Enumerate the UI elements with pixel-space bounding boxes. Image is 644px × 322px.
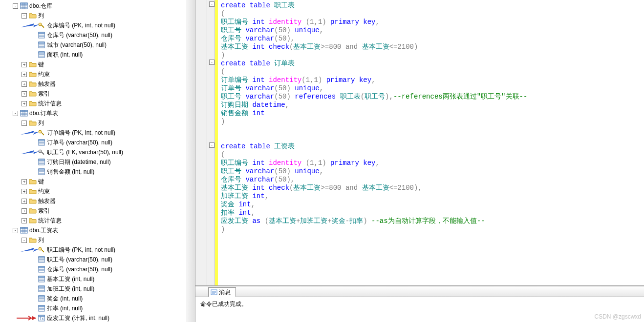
col-yingfa-gongzi[interactable]: 应发工资 (计算, int, null): [0, 313, 195, 322]
code-line[interactable]: 职工编号 int identity (1,1) primary key,: [221, 159, 641, 167]
col-mianji[interactable]: 面积 (int, null): [0, 50, 195, 60]
code-line[interactable]: (: [221, 10, 641, 18]
tree-toggle[interactable]: +: [21, 189, 27, 194]
code-line[interactable]: [221, 134, 641, 142]
code-line[interactable]: 职工号 varchar(50) unique,: [221, 26, 641, 35]
fold-toggle[interactable]: -: [209, 60, 215, 65]
col-dingdan-hao[interactable]: 订单号 (varchar(50), null): [0, 138, 195, 147]
fold-toggle[interactable]: -: [209, 1, 215, 7]
folder-constraints[interactable]: +约束: [0, 69, 195, 79]
col-jiangjin[interactable]: 奖金 (int, null): [0, 294, 195, 303]
tree-toggle[interactable]: +: [21, 81, 27, 87]
tree-toggle[interactable]: -: [13, 3, 18, 9]
col-cangku-bianhao[interactable]: 仓库编号 (PK, int, not null): [0, 20, 195, 30]
code-line[interactable]: 仓库号 varchar(50),: [221, 35, 641, 43]
tree-toggle[interactable]: +: [21, 72, 27, 77]
blue-arrow-icon: [20, 149, 39, 155]
tree-toggle[interactable]: -: [13, 111, 18, 116]
tree-label: 应发工资 (计算, int, null): [47, 314, 109, 322]
tree-label: 列: [38, 236, 44, 244]
code-line[interactable]: 奖金 int,: [221, 201, 641, 209]
tree-toggle[interactable]: -: [21, 13, 27, 19]
code-line[interactable]: 扣率 int,: [221, 209, 641, 217]
code-line[interactable]: 加班工资 int,: [221, 192, 641, 201]
tree-label: 扣率 (int, null): [47, 304, 83, 313]
fold-toggle[interactable]: -: [209, 142, 215, 148]
sql-editor[interactable]: -create table 职工表(职工编号 int identity (1,1…: [218, 0, 644, 285]
folder-stats-2[interactable]: +统计信息: [0, 216, 195, 225]
code-line[interactable]: 订单编号 int identity(1,1) primary key,: [221, 76, 641, 84]
column-icon: [38, 295, 45, 302]
code-line[interactable]: [221, 126, 641, 134]
code-line[interactable]: 职工号 varchar(50) references 职工表(职工号),--re…: [221, 93, 641, 101]
col-koulv[interactable]: 扣率 (int, null): [0, 303, 195, 313]
code-line[interactable]: 职工号 varchar(50) unique,: [221, 167, 641, 176]
folder-columns[interactable]: -列: [0, 11, 195, 20]
code-line[interactable]: 职工编号 int identity (1,1) primary key,: [221, 18, 641, 26]
tree-toggle[interactable]: +: [21, 101, 27, 106]
code-line[interactable]: ): [221, 51, 641, 60]
col-zhigong-hao-fk[interactable]: 职工号 (FK, varchar(50), null): [0, 147, 195, 157]
folder-indexes-2[interactable]: +索引: [0, 206, 195, 216]
col-dingdan-bianhao[interactable]: 订单编号 (PK, int, not null): [0, 128, 195, 138]
messages-tabbar: 消息: [195, 286, 644, 297]
folder-constraints-2[interactable]: +约束: [0, 186, 195, 196]
message-icon: [211, 289, 217, 296]
code-line[interactable]: 仓库号 varchar(50),: [221, 176, 641, 184]
code-line[interactable]: (: [221, 68, 641, 76]
folder-columns-2[interactable]: -列: [0, 118, 195, 128]
table-dbo-cangku[interactable]: -dbo.仓库: [0, 1, 195, 11]
tree-label: 订购日期 (datetime, null): [47, 158, 111, 166]
col-cangku-hao-3[interactable]: 仓库号 (varchar(50), null): [0, 264, 195, 274]
code-line[interactable]: (: [221, 151, 641, 159]
folder-triggers-2[interactable]: +触发器: [0, 196, 195, 206]
tree-toggle[interactable]: +: [21, 218, 27, 223]
fkey-icon: [38, 148, 45, 156]
tree-label: 销售金额 (int, null): [47, 168, 94, 176]
col-cangku-hao[interactable]: 仓库号 (varchar(50), null): [0, 30, 195, 40]
folder-columns-3[interactable]: -列: [0, 235, 195, 245]
code-line[interactable]: ): [221, 118, 641, 126]
code-line[interactable]: -create table 职工表: [221, 1, 641, 10]
code-line[interactable]: 应发工资 as (基本工资+加班工资+奖金-扣率) --as为自动计算字段，不能…: [221, 217, 641, 225]
folder-indexes[interactable]: +索引: [0, 89, 195, 99]
code-line[interactable]: -create table 订单表: [221, 60, 641, 68]
tree-toggle[interactable]: +: [21, 199, 27, 204]
key-icon: [38, 246, 45, 254]
table-dbo-dingdan[interactable]: -dbo.订单表: [0, 108, 195, 118]
messages-tab-label: 消息: [219, 288, 231, 297]
col-zhigong-hao[interactable]: 职工号 (varchar(50), null): [0, 255, 195, 264]
tree-toggle[interactable]: -: [13, 228, 18, 233]
tree-toggle[interactable]: +: [21, 91, 27, 97]
code-line[interactable]: 基本工资 int check(基本工资>=800 and 基本工资<=2100): [221, 43, 641, 51]
messages-tab[interactable]: 消息: [208, 287, 236, 297]
code-line[interactable]: 销售金额 int: [221, 109, 641, 118]
col-xiaoshou-jine[interactable]: 销售金额 (int, null): [0, 167, 195, 177]
tree-label: dbo.工资表: [29, 226, 58, 235]
tree-toggle[interactable]: +: [21, 208, 27, 214]
code-line[interactable]: 订购日期 datetime,: [221, 101, 641, 109]
folder-stats[interactable]: +统计信息: [0, 99, 195, 108]
folder-keys-2[interactable]: +键: [0, 177, 195, 186]
col-jiben-gongzi[interactable]: 基本工资 (int, null): [0, 274, 195, 284]
code-line[interactable]: 订单号 varchar(50) unique,: [221, 84, 641, 93]
tree-label: 统计信息: [38, 100, 62, 108]
col-chengshi[interactable]: 城市 (varchar(50), null): [0, 40, 195, 50]
folder-keys[interactable]: +键: [0, 60, 195, 69]
col-jiaban-gongzi[interactable]: 加班工资 (int, null): [0, 284, 195, 294]
tree-label: 订单号 (varchar(50), null): [47, 139, 112, 147]
tree-toggle[interactable]: -: [21, 238, 27, 243]
tree-label: 订单编号 (PK, int, not null): [47, 129, 115, 137]
col-dinggou-riqi[interactable]: 订购日期 (datetime, null): [0, 157, 195, 167]
object-explorer[interactable]: -dbo.仓库-列仓库编号 (PK, int, not null)仓库号 (va…: [0, 0, 195, 322]
tree-label: 键: [38, 178, 44, 186]
folder-triggers[interactable]: +触发器: [0, 79, 195, 89]
tree-toggle[interactable]: +: [21, 179, 27, 184]
code-line[interactable]: -create table 工资表: [221, 142, 641, 151]
code-line[interactable]: ): [221, 225, 641, 234]
table-dbo-gongzi[interactable]: -dbo.工资表: [0, 225, 195, 235]
code-line[interactable]: 基本工资 int check(基本工资>=800 and 基本工资<=2100)…: [221, 184, 641, 192]
col-zhigong-bianhao[interactable]: 职工编号 (PK, int, not null): [0, 245, 195, 255]
tree-toggle[interactable]: +: [21, 62, 27, 67]
tree-toggle[interactable]: -: [21, 121, 27, 126]
